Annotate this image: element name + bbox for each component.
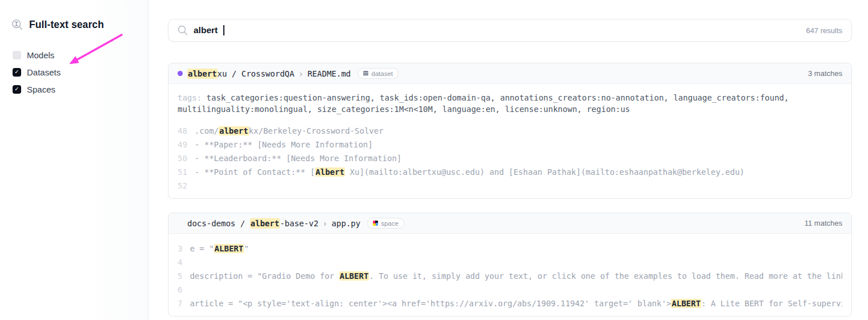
checkbox-spaces[interactable]: [13, 85, 21, 94]
filter-label-datasets: Datasets: [27, 67, 61, 77]
code-snippet: 48.com/albertkx/Berkeley-Crossword-Solve…: [178, 124, 842, 193]
fulltext-search-icon: [11, 19, 23, 31]
text-segment: Xu](mailto:albertxu@usc.edu) and [Eshaan…: [345, 167, 745, 177]
file-name[interactable]: app.py: [332, 219, 361, 228]
line-number: 51: [178, 167, 187, 177]
tags-value: task_categories:question-answering, task…: [178, 93, 789, 114]
repo-type-badge: space: [367, 218, 404, 229]
result-header[interactable]: docs-demos / albert-base-v2›app.pyspace1…: [168, 213, 851, 234]
match-count: 11 matches: [805, 219, 842, 227]
text-segment: article = "<p style='text-align: center'…: [190, 299, 671, 308]
text-segment: : A Lite BERT for Self-supervised: [701, 299, 842, 308]
repo-title[interactable]: docs-demos / albert-base-v2: [187, 219, 319, 228]
repo-title[interactable]: albertxu / CrosswordQA: [187, 69, 294, 78]
text-segment: ": [244, 244, 248, 253]
main-content: albert 647 results albertxu / CrosswordQ…: [168, 0, 852, 317]
code-line: 49- **Paper:** [Needs More Information]: [178, 138, 842, 151]
chevron-separator: ›: [324, 218, 327, 228]
text-segment: -base-v2: [280, 219, 318, 228]
match-highlight: ALBERT: [339, 271, 369, 281]
code-line: 4: [178, 255, 842, 269]
match-highlight: Albert: [315, 167, 345, 177]
sidebar-header: Full-text search: [11, 19, 148, 31]
line-number: 52: [178, 181, 187, 190]
file-name[interactable]: README.md: [307, 69, 351, 78]
results-count: 647 results: [806, 26, 842, 35]
line-number: 7: [178, 299, 182, 308]
match-highlight: albert: [219, 126, 249, 135]
result-card: albertxu / CrosswordQA›README.mddataset3…: [168, 63, 852, 199]
text-cursor: [223, 25, 224, 35]
text-segment: - **Paper:** [Needs More Information]: [195, 140, 373, 149]
text-segment: description = "Gradio Demo for: [190, 271, 339, 281]
line-content: .com/albertkx/Berkeley-Crossword-Solver: [195, 126, 842, 135]
text-segment: docs-demos /: [187, 219, 250, 228]
code-line: 52: [178, 179, 842, 193]
checkbox-datasets[interactable]: [13, 68, 21, 77]
code-line: 5description = "Gradio Demo for ALBERT. …: [178, 269, 842, 283]
tags-label: tags:: [178, 93, 207, 102]
result-body: 3e = "ALBERT"45description = "Gradio Dem…: [168, 234, 851, 316]
line-number: 48: [178, 126, 187, 135]
code-line: 48.com/albertkx/Berkeley-Crossword-Solve…: [178, 124, 842, 138]
text-segment: e = ": [190, 244, 214, 253]
match-highlight: albert: [250, 218, 280, 229]
checkbox-models[interactable]: [13, 51, 21, 59]
result-body: tags: task_categories:question-answering…: [168, 84, 851, 198]
text-segment: - **Point of Contact:** [: [195, 167, 315, 177]
match-highlight: ALBERT: [214, 244, 244, 253]
result-header[interactable]: albertxu / CrosswordQA›README.mddataset3…: [168, 63, 851, 84]
tags-line: tags: task_categories:question-answering…: [178, 92, 842, 115]
line-content: - **Point of Contact:** [Albert Xu](mail…: [195, 167, 842, 177]
repo-color-dot: [178, 71, 183, 76]
search-bar[interactable]: albert 647 results: [168, 19, 852, 42]
line-content: article = "<p style='text-align: center'…: [190, 299, 842, 308]
filter-list: ModelsDatasetsSpaces: [13, 46, 148, 98]
repo-type-badge: dataset: [357, 68, 399, 79]
match-count: 3 matches: [808, 69, 842, 78]
line-content: - **Paper:** [Needs More Information]: [195, 140, 842, 149]
filter-label-models: Models: [27, 50, 54, 60]
space-icon: [373, 221, 378, 226]
line-number: 49: [178, 140, 187, 149]
code-line: 7article = "<p style='text-align: center…: [178, 297, 842, 310]
line-content: description = "Gradio Demo for ALBERT. T…: [190, 271, 842, 281]
page-title: Full-text search: [29, 19, 104, 31]
dataset-icon: [363, 71, 368, 76]
result-card: docs-demos / albert-base-v2›app.pyspace1…: [168, 213, 852, 317]
filter-datasets[interactable]: Datasets: [13, 63, 148, 81]
sidebar: Full-text search ModelsDatasetsSpaces: [0, 0, 148, 320]
search-icon: [178, 25, 188, 35]
code-line: 6: [178, 283, 842, 297]
line-number: 50: [178, 154, 187, 163]
filter-models[interactable]: Models: [13, 46, 148, 63]
line-number: 4: [178, 258, 182, 267]
match-highlight: ALBERT: [671, 299, 701, 308]
chevron-separator: ›: [299, 69, 302, 78]
badge-label: dataset: [371, 70, 393, 77]
code-line: 50- **Leaderboard:** [Needs More Informa…: [178, 151, 842, 165]
line-number: 6: [178, 285, 182, 294]
line-number: 5: [178, 271, 182, 281]
line-number: 3: [178, 244, 182, 253]
line-content: e = "ALBERT": [190, 244, 842, 253]
text-segment: kx/Berkeley-Crossword-Solver: [249, 126, 384, 135]
line-content: - **Leaderboard:** [Needs More Informati…: [195, 154, 842, 163]
filter-label-spaces: Spaces: [27, 85, 55, 94]
text-segment: . To use it, simply add your text, or cl…: [369, 271, 842, 281]
text-segment: xu / CrosswordQA: [218, 69, 295, 78]
filter-spaces[interactable]: Spaces: [13, 81, 148, 98]
search-input[interactable]: albert: [194, 25, 218, 35]
text-segment: - **Leaderboard:** [Needs More Informati…: [195, 154, 401, 163]
badge-label: space: [381, 220, 399, 227]
code-line: 3e = "ALBERT": [178, 242, 842, 255]
text-segment: .com/: [195, 126, 219, 135]
results-list: albertxu / CrosswordQA›README.mddataset3…: [168, 63, 852, 317]
code-snippet: 3e = "ALBERT"45description = "Gradio Dem…: [178, 242, 842, 310]
match-highlight: albert: [187, 69, 218, 79]
code-line: 51- **Point of Contact:** [Albert Xu](ma…: [178, 165, 842, 179]
